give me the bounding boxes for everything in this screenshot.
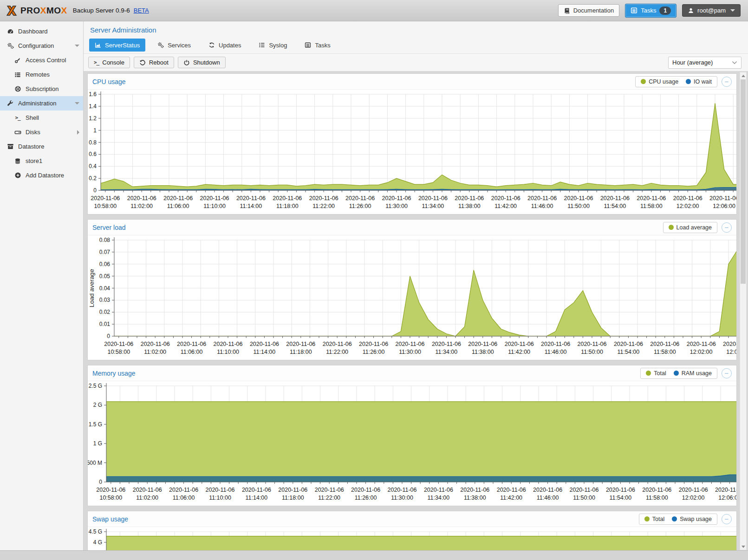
sidebar-item-configuration[interactable]: Configuration [0, 39, 83, 53]
svg-text:0.04: 0.04 [99, 285, 111, 292]
svg-text:11:14:00: 11:14:00 [254, 349, 276, 355]
chevron-down-icon[interactable] [75, 45, 79, 47]
sidebar-item-store1[interactable]: store1 [0, 154, 83, 168]
collapse-panel-button[interactable]: − [722, 222, 732, 233]
svg-text:11:06:00: 11:06:00 [181, 349, 203, 355]
svg-text:2020-11-06: 2020-11-06 [104, 341, 133, 347]
svg-text:2020-11-06: 2020-11-06 [687, 341, 716, 347]
svg-text:1: 1 [93, 127, 97, 134]
tab-tasks[interactable]: Tasks [299, 39, 336, 52]
sidebar-item-add-datastore[interactable]: Add Datastore [0, 168, 83, 182]
svg-text:12:06:00: 12:06:00 [718, 495, 736, 501]
console-button[interactable]: >_ Console [88, 57, 130, 68]
tab-services[interactable]: Services [152, 39, 196, 52]
svg-text:2020-11-06: 2020-11-06 [163, 195, 193, 202]
brand-wordmark: PROXMOX [20, 6, 67, 16]
svg-text:2020-11-06: 2020-11-06 [96, 487, 125, 493]
svg-text:2020-11-06: 2020-11-06 [345, 195, 375, 202]
beta-link[interactable]: BETA [134, 7, 149, 14]
svg-text:2020-11-06: 2020-11-06 [169, 487, 198, 493]
reboot-button[interactable]: Reboot [134, 57, 174, 68]
svg-text:2020-11-06: 2020-11-06 [614, 341, 643, 347]
legend-dot [646, 371, 651, 376]
svg-text:11:54:00: 11:54:00 [610, 495, 632, 501]
time-range-select[interactable]: Hour (average) [668, 57, 741, 69]
svg-text:11:30:00: 11:30:00 [391, 495, 413, 501]
svg-text:11:22:00: 11:22:00 [312, 203, 335, 209]
legend-item: CPU usage [641, 78, 678, 85]
svg-text:0.03: 0.03 [99, 297, 111, 303]
sidebar-item-shell[interactable]: >_ Shell [0, 111, 83, 125]
tasks-button[interactable]: Tasks 1 [625, 4, 676, 18]
database-icon [13, 158, 22, 164]
svg-text:0: 0 [107, 333, 110, 339]
sidebar-item-disks[interactable]: Disks [0, 125, 83, 139]
svg-text:11:58:00: 11:58:00 [640, 203, 663, 209]
tab-updates[interactable]: Updates [203, 39, 247, 52]
sidebar-item-access-control[interactable]: Access Control [0, 53, 83, 67]
sidebar-item-administration[interactable]: Administration [0, 96, 83, 111]
scroll-down-arrow[interactable] [740, 543, 746, 550]
svg-text:2020-11-06: 2020-11-06 [242, 487, 271, 493]
documentation-button[interactable]: Documentation [558, 4, 619, 17]
collapse-panel-button[interactable]: − [722, 514, 732, 524]
sidebar-item-datastore[interactable]: Datastore [0, 139, 83, 154]
panel-title: CPU usage [92, 78, 126, 85]
svg-text:2020-11-06: 2020-11-06 [564, 195, 593, 202]
chevron-down-icon [730, 9, 735, 12]
collapse-panel-button[interactable]: − [722, 77, 732, 87]
chevron-right-icon[interactable] [77, 130, 79, 135]
shutdown-button[interactable]: Shutdown [178, 57, 226, 68]
svg-text:2020-11-06: 2020-11-06 [606, 487, 635, 493]
vertical-scrollbar[interactable] [740, 72, 747, 550]
server-load-chart: 00.010.020.030.040.050.060.070.082020-11… [88, 235, 736, 360]
svg-text:2020-11-06: 2020-11-06 [468, 341, 497, 347]
svg-text:1.6: 1.6 [89, 91, 97, 98]
tab-syslog[interactable]: Syslog [253, 39, 293, 52]
book-icon [564, 7, 570, 14]
legend-item: Swap usage [672, 516, 712, 522]
list-rows-icon [13, 72, 22, 78]
svg-text:0.6: 0.6 [89, 151, 97, 157]
svg-text:0: 0 [99, 479, 102, 485]
svg-text:11:38:00: 11:38:00 [472, 349, 494, 355]
tasks-list-icon [305, 42, 311, 48]
svg-text:1 G: 1 G [93, 440, 102, 447]
svg-text:2020-11-06: 2020-11-06 [577, 341, 606, 347]
collapse-panel-button[interactable]: − [722, 368, 732, 378]
svg-text:2020-11-06: 2020-11-06 [650, 341, 679, 347]
chevron-down-icon[interactable] [75, 102, 79, 104]
svg-text:1.5 G: 1.5 G [89, 421, 102, 428]
scroll-up-arrow[interactable] [740, 72, 746, 79]
key-icon [13, 57, 22, 64]
svg-text:2020-11-06: 2020-11-06 [600, 195, 630, 202]
svg-text:11:26:00: 11:26:00 [363, 349, 385, 355]
svg-text:0.8: 0.8 [89, 139, 97, 146]
sidebar-item-remotes[interactable]: Remotes [0, 67, 83, 82]
tab-bar: ServerStatus Services Updates Syslog Tas… [84, 39, 748, 53]
svg-text:11:46:00: 11:46:00 [537, 495, 559, 501]
sidebar-item-dashboard[interactable]: Dashboard [0, 24, 83, 39]
scrollbar-thumb[interactable] [741, 79, 746, 284]
svg-text:11:26:00: 11:26:00 [355, 495, 377, 501]
panel-server-load: Server load Load average − 00.010.020.03… [87, 219, 737, 360]
svg-text:10:58:00: 10:58:00 [99, 495, 122, 501]
svg-text:10:58:00: 10:58:00 [94, 203, 117, 209]
svg-text:2020-11-06: 2020-11-06 [395, 341, 424, 347]
svg-text:12:06:00: 12:06:00 [713, 203, 735, 209]
page-title: Server Administration [90, 26, 156, 34]
svg-text:0.06: 0.06 [99, 261, 111, 267]
svg-text:11:18:00: 11:18:00 [276, 203, 299, 209]
svg-text:11:46:00: 11:46:00 [531, 203, 553, 209]
svg-text:0: 0 [93, 187, 97, 194]
tab-serverstatus[interactable]: ServerStatus [89, 39, 145, 52]
svg-text:11:30:00: 11:30:00 [385, 203, 408, 209]
svg-text:11:58:00: 11:58:00 [654, 349, 676, 355]
legend-item: Total [644, 516, 664, 522]
legend-item: IO wait [686, 78, 712, 85]
user-menu-button[interactable]: root@pam [682, 4, 741, 17]
svg-text:2020-11-06: 2020-11-06 [541, 341, 570, 347]
svg-text:2020-11-06: 2020-11-06 [709, 195, 736, 202]
sidebar-item-subscription[interactable]: Subscription [0, 82, 83, 96]
panel-title: Memory usage [92, 370, 136, 377]
